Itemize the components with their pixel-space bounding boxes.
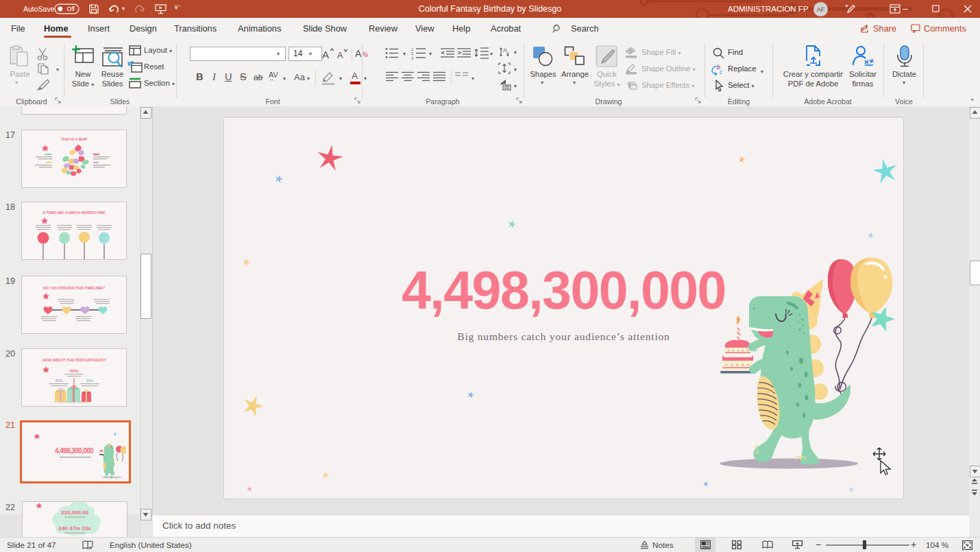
svg-text:A: A [503,47,507,53]
svg-text:35%: 35% [55,379,62,383]
svg-text:3: 3 [411,56,414,60]
svg-text:A TIMELINE ALWAYS WORKS FINE: A TIMELINE ALWAYS WORKS FINE [42,211,106,215]
svg-text:4,498,300,000: 4,498,300,000 [55,447,94,455]
svg-text:333,000.00: 333,000.00 [61,509,89,516]
svg-text:THIS IS A MAP: THIS IS A MAP [61,137,87,141]
svg-text:DO YOU PREFER THIS TIMELINE?: DO YOU PREFER THIS TIMELINE? [43,286,106,290]
svg-text:HOW ABOUT THE PERCENTAGES?: HOW ABOUT THE PERCENTAGES? [42,358,106,362]
svg-text:24h 37m 23s: 24h 37m 23s [58,525,91,531]
svg-text:1: 1 [411,47,414,51]
svg-text:30%: 30% [86,379,93,383]
svg-text:2: 2 [411,51,414,56]
svg-text:A: A [337,50,343,60]
svg-text:55%: 55% [70,369,79,373]
svg-text:A: A [322,49,329,60]
svg-text:c: c [720,69,723,75]
